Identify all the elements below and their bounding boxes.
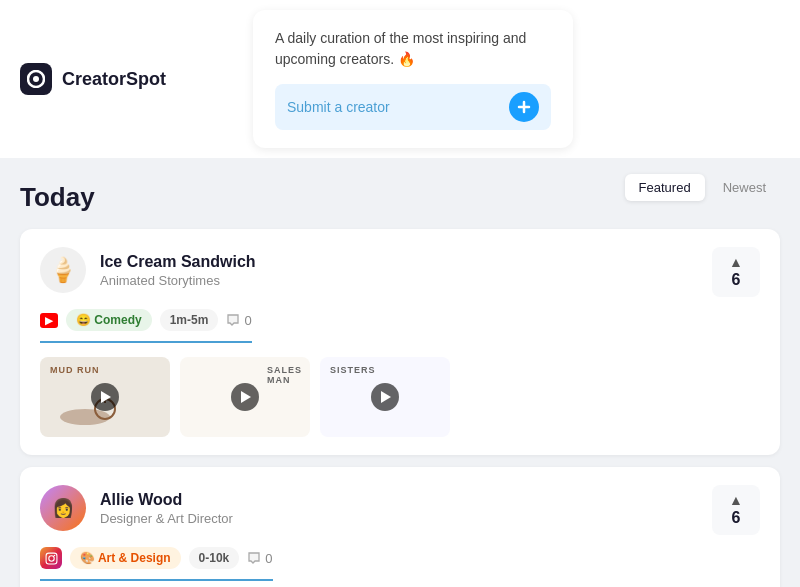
svg-point-1 bbox=[33, 76, 39, 82]
submit-label: Submit a creator bbox=[287, 99, 499, 115]
creator-meta-2: Allie Wood Designer & Art Director bbox=[100, 491, 233, 526]
play-btn-3[interactable] bbox=[371, 383, 399, 411]
logo-icon bbox=[20, 63, 52, 95]
creator-meta-1: Ice Cream Sandwich Animated Storytimes bbox=[100, 253, 256, 288]
creator-header-2: 👩 Allie Wood Designer & Art Director ▲ 6 bbox=[40, 485, 760, 535]
vote-count-2: 6 bbox=[732, 509, 741, 527]
vote-box-2[interactable]: ▲ 6 bbox=[712, 485, 760, 535]
tags-row-1: ▶ 😄 Comedy 1m-5m 0 bbox=[40, 309, 252, 343]
creator-header-1: 🍦 Ice Cream Sandwich Animated Storytimes… bbox=[40, 247, 760, 297]
creator-subtitle-2: Designer & Art Director bbox=[100, 511, 233, 526]
tags-row-2: 🎨 Art & Design 0-10k 0 bbox=[40, 547, 273, 581]
vote-arrow-2: ▲ bbox=[729, 493, 743, 507]
svg-point-8 bbox=[48, 555, 53, 560]
comment-icon-2 bbox=[247, 551, 261, 565]
page-title: Today bbox=[20, 182, 95, 213]
tag-duration-1[interactable]: 1m-5m bbox=[160, 309, 219, 331]
instagram-icon bbox=[45, 552, 58, 565]
avatar-1: 🍦 bbox=[40, 247, 86, 293]
svg-point-4 bbox=[60, 409, 110, 425]
creator-name-2: Allie Wood bbox=[100, 491, 233, 509]
logo-text: CreatorSpot bbox=[62, 69, 166, 90]
vote-box-1[interactable]: ▲ 6 bbox=[712, 247, 760, 297]
video-thumb-2[interactable]: SALESMAN bbox=[180, 357, 310, 437]
platform-badge-1: ▶ bbox=[40, 313, 58, 328]
hero-card: A daily curation of the most inspiring a… bbox=[253, 10, 573, 148]
tab-newest[interactable]: Newest bbox=[709, 174, 780, 201]
tag-comments-1[interactable]: 0 bbox=[226, 313, 251, 328]
hero-description: A daily curation of the most inspiring a… bbox=[275, 28, 551, 70]
media-grid-1: MUD RUN SALESMAN SISTERS bbox=[40, 357, 760, 437]
submit-bar[interactable]: Submit a creator bbox=[275, 84, 551, 130]
creator-info-2: 👩 Allie Wood Designer & Art Director bbox=[40, 485, 233, 531]
vote-arrow-1: ▲ bbox=[729, 255, 743, 269]
creator-info-1: 🍦 Ice Cream Sandwich Animated Storytimes bbox=[40, 247, 256, 293]
creator-card-2: 👩 Allie Wood Designer & Art Director ▲ 6… bbox=[20, 467, 780, 587]
main-content: Today Featured Newest 🍦 Ice Cream Sandwi… bbox=[0, 158, 800, 587]
video-thumb-1[interactable]: MUD RUN bbox=[40, 357, 170, 437]
avatar-2: 👩 bbox=[40, 485, 86, 531]
top-right: Featured Newest bbox=[625, 174, 780, 201]
svg-point-9 bbox=[53, 554, 55, 556]
tag-comedy[interactable]: 😄 Comedy bbox=[66, 309, 152, 331]
tag-comments-2[interactable]: 0 bbox=[247, 551, 272, 566]
creator-subtitle-1: Animated Storytimes bbox=[100, 273, 256, 288]
play-btn-2[interactable] bbox=[231, 383, 259, 411]
header: CreatorSpot A daily curation of the most… bbox=[0, 0, 800, 158]
tab-group: Featured Newest bbox=[625, 174, 780, 201]
tab-featured[interactable]: Featured bbox=[625, 174, 705, 201]
platform-badge-2 bbox=[40, 547, 62, 569]
video-thumb-3[interactable]: SISTERS bbox=[320, 357, 450, 437]
top-row: Today Featured Newest bbox=[20, 174, 780, 213]
tag-followers-2[interactable]: 0-10k bbox=[189, 547, 240, 569]
creator-name-1: Ice Cream Sandwich bbox=[100, 253, 256, 271]
logo-area: CreatorSpot bbox=[20, 63, 166, 95]
creator-card-1: 🍦 Ice Cream Sandwich Animated Storytimes… bbox=[20, 229, 780, 455]
tag-art-design[interactable]: 🎨 Art & Design bbox=[70, 547, 181, 569]
svg-rect-7 bbox=[46, 553, 57, 564]
vote-count-1: 6 bbox=[732, 271, 741, 289]
play-btn-1[interactable] bbox=[91, 383, 119, 411]
comment-icon-1 bbox=[226, 313, 240, 327]
submit-button[interactable] bbox=[509, 92, 539, 122]
